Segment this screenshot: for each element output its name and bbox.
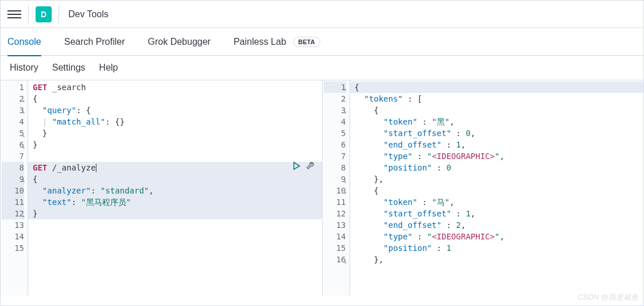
subtab-settings[interactable]: Settings bbox=[52, 63, 86, 73]
watermark: CSDN @我是咸鱼 bbox=[577, 292, 638, 303]
line-number: 12▴ bbox=[2, 208, 24, 219]
code-line[interactable]: { bbox=[28, 93, 322, 104]
page-title: Dev Tools bbox=[68, 9, 108, 20]
line-number: 7 bbox=[324, 150, 346, 162]
code-line[interactable]: "start_offset" : 1, bbox=[350, 208, 644, 219]
code-line[interactable]: } bbox=[28, 127, 322, 139]
code-line[interactable]: "token" : "黑", bbox=[350, 116, 644, 127]
line-number: 13 bbox=[324, 219, 346, 231]
beta-badge: BETA bbox=[293, 37, 320, 47]
code-line[interactable]: "tokens" : [ bbox=[350, 93, 644, 104]
line-number: 14 bbox=[324, 231, 346, 242]
line-number: 6 bbox=[324, 139, 346, 150]
line-number: 1 bbox=[2, 82, 24, 93]
code-line[interactable]: "end_offset" : 1, bbox=[350, 139, 644, 150]
code-line[interactable]: }, bbox=[350, 173, 644, 185]
line-number: 10▾ bbox=[324, 185, 346, 196]
svg-marker-0 bbox=[294, 162, 300, 169]
code-line[interactable]: "query": { bbox=[28, 104, 322, 116]
line-number: 5 bbox=[324, 127, 346, 139]
code-line[interactable] bbox=[28, 242, 322, 254]
code-line[interactable]: "position" : 1 bbox=[350, 242, 644, 254]
code-line[interactable]: GET /_analyze bbox=[28, 162, 322, 173]
sub-tab-bar: HistorySettingsHelp bbox=[1, 56, 643, 80]
tab-grok-debugger[interactable]: Grok Debugger bbox=[148, 28, 211, 56]
code-line[interactable] bbox=[28, 150, 322, 162]
code-line[interactable] bbox=[28, 219, 322, 231]
code-line[interactable]: "end_offset" : 2, bbox=[350, 219, 644, 231]
app-logo[interactable]: D bbox=[36, 6, 52, 22]
divider bbox=[28, 5, 29, 24]
code-line[interactable]: { bbox=[350, 185, 644, 196]
response-code: { "tokens" : [ { "token" : "黑", "start_o… bbox=[350, 80, 644, 296]
line-number: 8 bbox=[324, 162, 346, 173]
response-gutter: 1▾23▾456789▴10▾111213141516▴ bbox=[323, 80, 350, 296]
code-line[interactable]: "text": "黑马程序员" bbox=[28, 196, 322, 208]
line-number: 1▾ bbox=[324, 82, 346, 93]
request-pane[interactable]: 12▾3▾45▴6▴789▾101112▴131415 GET _search{… bbox=[1, 80, 323, 296]
code-line[interactable]: } bbox=[28, 208, 322, 219]
menu-icon[interactable] bbox=[7, 7, 21, 21]
line-number: 12 bbox=[324, 208, 346, 219]
line-number: 15 bbox=[324, 242, 346, 254]
request-actions bbox=[292, 161, 315, 172]
code-line[interactable]: "type" : "<IDEOGRAPHIC>", bbox=[350, 150, 644, 162]
code-line[interactable]: } bbox=[28, 139, 322, 150]
line-number: 2▾ bbox=[2, 93, 24, 104]
line-number: 3▾ bbox=[324, 104, 346, 116]
line-number: 14 bbox=[2, 231, 24, 242]
line-number: 11 bbox=[324, 196, 346, 208]
code-line[interactable]: { bbox=[350, 82, 644, 93]
tab-search-profiler[interactable]: Search Profiler bbox=[64, 28, 125, 56]
editor-panes: 12▾3▾45▴6▴789▾101112▴131415 GET _search{… bbox=[1, 80, 643, 296]
line-number: 2 bbox=[324, 93, 346, 104]
code-line[interactable] bbox=[28, 231, 322, 242]
tab-painless-lab[interactable]: Painless Lab bbox=[234, 28, 286, 56]
line-number: 3▾ bbox=[2, 104, 24, 116]
code-line[interactable]: | "match_all": {} bbox=[28, 116, 322, 127]
subtab-history[interactable]: History bbox=[10, 63, 38, 73]
line-number: 8 bbox=[2, 162, 24, 173]
code-line[interactable]: GET _search bbox=[28, 82, 322, 93]
code-line[interactable]: "position" : 0 bbox=[350, 162, 644, 173]
request-code[interactable]: GET _search{ "query": { | "match_all": {… bbox=[28, 80, 322, 296]
tab-bar: ConsoleSearch ProfilerGrok DebuggerPainl… bbox=[1, 28, 643, 56]
code-line[interactable]: { bbox=[28, 173, 322, 185]
code-line[interactable]: "token" : "马", bbox=[350, 196, 644, 208]
code-line[interactable]: "type" : "<IDEOGRAPHIC>", bbox=[350, 231, 644, 242]
tab-console[interactable]: Console bbox=[7, 28, 41, 56]
request-gutter: 12▾3▾45▴6▴789▾101112▴131415 bbox=[1, 80, 28, 296]
play-icon[interactable] bbox=[292, 161, 301, 172]
app-header: D Dev Tools bbox=[1, 1, 643, 28]
line-number: 10 bbox=[2, 185, 24, 196]
code-line[interactable]: { bbox=[350, 104, 644, 116]
subtab-help[interactable]: Help bbox=[99, 63, 118, 73]
line-number: 16▴ bbox=[324, 254, 346, 265]
line-number: 6▴ bbox=[2, 139, 24, 150]
response-pane[interactable]: 1▾23▾456789▴10▾111213141516▴ { "tokens" … bbox=[323, 80, 644, 296]
line-number: 4 bbox=[324, 116, 346, 127]
line-number: 9▴ bbox=[324, 173, 346, 185]
divider bbox=[59, 5, 59, 24]
wrench-icon[interactable] bbox=[306, 161, 315, 172]
line-number: 9▾ bbox=[2, 173, 24, 185]
line-number: 4 bbox=[2, 116, 24, 127]
code-line[interactable]: "start_offset" : 0, bbox=[350, 127, 644, 139]
line-number: 7 bbox=[2, 150, 24, 162]
line-number: 15 bbox=[2, 242, 24, 254]
code-line[interactable]: "analyzer": "standard", bbox=[28, 185, 322, 196]
line-number: 11 bbox=[2, 196, 24, 208]
code-line[interactable]: }, bbox=[350, 254, 644, 265]
line-number: 5▴ bbox=[2, 127, 24, 139]
line-number: 13 bbox=[2, 219, 24, 231]
